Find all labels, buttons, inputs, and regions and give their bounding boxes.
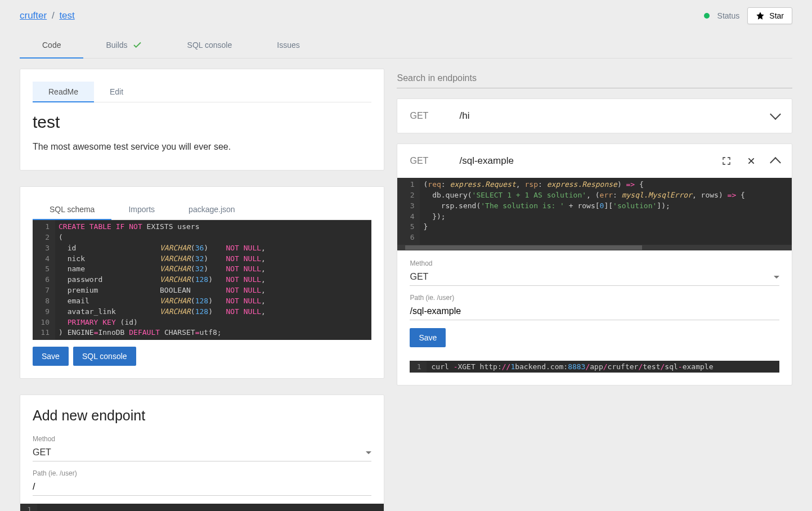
fullscreen-icon[interactable] — [722, 156, 731, 165]
breadcrumb-owner-link[interactable]: crufter — [20, 10, 47, 21]
curl-preview: 1 curl -XGET http://1backend.com:8883/ap… — [410, 361, 779, 373]
new-endpoint-editor[interactable]: 1 — [20, 504, 384, 511]
status-text: Status — [717, 11, 740, 20]
ep-path-label: Path (ie. /user) — [410, 294, 779, 302]
ep-method-select[interactable]: GET — [410, 268, 779, 286]
tab-issues[interactable]: Issues — [254, 32, 322, 58]
caret-down-icon — [366, 451, 371, 454]
breadcrumb: crufter / test — [20, 10, 75, 21]
js-code[interactable]: (req: express.Request, rsp: express.Resp… — [420, 178, 792, 245]
schematab-sql[interactable]: SQL schema — [33, 199, 111, 219]
method-label: Method — [33, 435, 371, 443]
search-input[interactable] — [397, 69, 792, 88]
tab-code[interactable]: Code — [20, 32, 83, 58]
readme-description: The most awesome test service you will e… — [33, 142, 371, 152]
method-select[interactable]: GET — [33, 444, 371, 461]
tab-builds[interactable]: Builds — [83, 32, 164, 58]
schematab-package[interactable]: package.json — [172, 199, 252, 219]
path-label: Path (ie. /user) — [33, 469, 371, 477]
page-title: test — [33, 113, 371, 132]
breadcrumb-repo-link[interactable]: test — [59, 10, 74, 21]
readme-card: ReadMe Edit test The most awesome test s… — [20, 69, 384, 171]
ep-method-label: Method — [410, 259, 779, 267]
tab-sql-console[interactable]: SQL console — [165, 32, 255, 58]
save-button[interactable]: Save — [33, 347, 69, 366]
sql-code[interactable]: CREATE TABLE IF NOT EXISTS users ( id VA… — [55, 220, 371, 340]
sql-console-button[interactable]: SQL console — [73, 347, 136, 366]
add-endpoint-title: Add new endpoint — [33, 407, 371, 424]
endpoint-sql-example: GET /sql-example 123456 — [397, 144, 792, 386]
endpoint-hi: GET /hi — [397, 98, 792, 133]
status-indicator-icon — [704, 13, 710, 19]
editor-scrollbar[interactable] — [397, 245, 792, 250]
check-icon — [132, 40, 142, 50]
main-tabs: Code Builds SQL console Issues — [20, 32, 792, 59]
endpoint-path: /sql-example — [459, 155, 712, 167]
endpoint-hi-header[interactable]: GET /hi — [397, 99, 792, 133]
star-icon — [756, 11, 765, 20]
endpoint-method: GET — [410, 156, 449, 166]
endpoint-method: GET — [410, 111, 449, 121]
subtab-edit[interactable]: Edit — [94, 82, 139, 102]
chevron-down-icon[interactable] — [771, 114, 779, 118]
header-bar: crufter / test Status Star — [20, 0, 792, 32]
endpoint-sql-header[interactable]: GET /sql-example — [397, 144, 792, 178]
subtab-readme[interactable]: ReadMe — [33, 82, 94, 102]
star-button-label: Star — [769, 11, 784, 20]
breadcrumb-sep: / — [52, 10, 55, 21]
schema-card: SQL schema Imports package.json 12345678… — [20, 186, 384, 379]
close-icon[interactable] — [747, 156, 756, 165]
endpoint-code-editor[interactable]: 123456 (req: express.Request, rsp: expre… — [397, 178, 792, 245]
path-input[interactable] — [33, 478, 371, 496]
add-endpoint-card: Add new endpoint Method GET Path (ie. /u… — [20, 395, 384, 511]
star-button[interactable]: Star — [747, 7, 792, 24]
ep-path-input[interactable] — [410, 303, 779, 320]
sql-gutter: 1234567891011 — [33, 220, 55, 340]
schematab-imports[interactable]: Imports — [111, 199, 172, 219]
js-gutter: 123456 — [397, 178, 420, 245]
caret-down-icon — [774, 276, 779, 279]
sql-editor[interactable]: 1234567891011 CREATE TABLE IF NOT EXISTS… — [33, 220, 371, 340]
chevron-up-icon[interactable] — [771, 155, 779, 167]
ep-save-button[interactable]: Save — [410, 328, 446, 347]
endpoint-path: /hi — [459, 110, 761, 122]
